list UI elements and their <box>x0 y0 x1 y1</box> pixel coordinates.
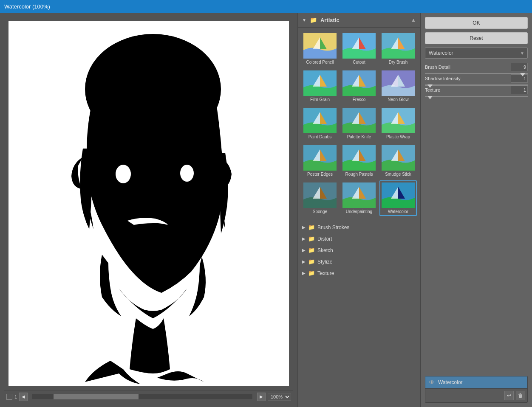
category-item-distort[interactable]: ▶📁Distort <box>298 233 420 244</box>
filter-item-cutout[interactable]: Cutout <box>340 31 378 67</box>
filter-item-smudge-stick[interactable]: Smudge Stick <box>379 143 417 179</box>
cat-arrow-icon: ▶ <box>302 236 306 241</box>
filter-item-rough-pastels[interactable]: Rough Pastels <box>340 143 378 179</box>
canvas <box>8 21 289 386</box>
category-list: ▶📁Brush Strokes▶📁Distort▶📁Sketch▶📁Styliz… <box>298 219 420 407</box>
page-checkbox[interactable] <box>6 394 12 400</box>
cat-arrow-icon: ▶ <box>302 271 306 275</box>
zoom-select[interactable]: 100% 25% 50% 75% 150% 200% <box>268 393 291 401</box>
panel-icon-btn-1[interactable]: ↩ <box>504 391 514 400</box>
cat-label-sketch: Sketch <box>317 247 333 253</box>
filter-item-paint-daubs[interactable]: Paint Daubs <box>301 106 339 141</box>
slider-value[interactable]: 9 <box>511 63 528 71</box>
cat-arrow-icon: ▶ <box>302 259 306 264</box>
filter-item-film-grain[interactable]: Film Grain <box>301 68 339 104</box>
page-number: 1 <box>14 394 17 399</box>
cat-folder-icon: 📁 <box>308 247 315 253</box>
svg-point-2 <box>116 165 131 183</box>
scroll-right-button[interactable]: ▶ <box>257 393 266 401</box>
title-bar: Watercolor (100%) <box>0 0 532 13</box>
svg-point-3 <box>180 165 194 182</box>
slider-thumb[interactable] <box>427 96 433 99</box>
filter-label-poster-edges: Poster Edges <box>307 172 333 177</box>
filter-thumb-cutout <box>342 33 376 59</box>
slider-row-texture: Texture1 <box>425 86 528 97</box>
filter-grid: Colored PencilCutoutDry BrushFilm GrainF… <box>298 28 420 219</box>
reset-button[interactable]: Reset <box>425 32 528 44</box>
ok-button[interactable]: OK <box>425 17 528 29</box>
filter-label-cutout: Cutout <box>353 60 365 65</box>
filter-thumb-film-grain <box>303 70 337 96</box>
filter-label-smudge-stick: Smudge Stick <box>385 172 411 177</box>
filter-item-fresco[interactable]: Fresco <box>340 68 378 104</box>
cat-folder-icon: 📁 <box>308 236 315 242</box>
filter-label-palette-knife: Palette Knife <box>347 135 371 139</box>
filter-item-dry-brush[interactable]: Dry Brush <box>379 31 417 67</box>
zoom-display: 100% 25% 50% 75% 150% 200% <box>268 393 291 401</box>
slider-value[interactable]: 1 <box>511 74 528 83</box>
panel-header-label: Artistic <box>320 17 340 23</box>
filter-label-rough-pastels: Rough Pastels <box>345 172 373 177</box>
cat-label-brush-strokes: Brush Strokes <box>317 225 349 230</box>
slider-label: Shadow Intensity <box>425 76 467 81</box>
filter-thumb-paint-daubs <box>303 108 337 133</box>
scroll-left-button[interactable]: ◀ <box>19 393 28 401</box>
cat-folder-icon: 📁 <box>308 258 315 265</box>
panel-expand-icon[interactable]: ▲ <box>411 17 416 23</box>
filter-thumb-sponge <box>303 182 337 208</box>
cat-arrow-icon: ▶ <box>302 225 306 230</box>
filter-label-watercolor: Watercolor <box>388 209 408 214</box>
slider-thumb[interactable] <box>520 73 525 76</box>
slider-label: Brush Detail <box>425 65 467 70</box>
category-item-texture[interactable]: ▶📁Texture <box>298 267 420 279</box>
filter-item-plastic-wrap[interactable]: Plastic Wrap <box>379 106 417 141</box>
filter-item-underpainting[interactable]: Underpainting <box>340 180 378 216</box>
app-title: Watercolor (100%) <box>4 3 50 10</box>
filter-thumb-neon-glow <box>382 70 415 96</box>
eye-icon[interactable]: 👁 <box>429 379 435 386</box>
filter-label-colored-pencil: Colored Pencil <box>306 60 334 65</box>
filter-panel: ▼ 📁 Artistic ▲ Colored PencilCutoutDry B… <box>297 13 421 407</box>
category-item-brush-strokes[interactable]: ▶📁Brush Strokes <box>298 222 420 233</box>
scrollbar-thumb[interactable] <box>54 394 139 399</box>
filter-label-underpainting: Underpainting <box>346 209 372 214</box>
slider-row-brush-detail: Brush Detail9 <box>425 63 528 74</box>
category-item-stylize[interactable]: ▶📁Stylize <box>298 256 420 267</box>
filter-thumb-underpainting <box>342 182 376 208</box>
filter-thumb-watercolor <box>382 182 415 208</box>
filter-label-paint-daubs: Paint Daubs <box>308 135 331 139</box>
filter-item-neon-glow[interactable]: Neon Glow <box>379 68 417 104</box>
collapse-arrow-icon[interactable]: ▼ <box>302 18 306 22</box>
panel-icon-btn-2[interactable]: 🗑 <box>516 391 525 400</box>
filter-label-film-grain: Film Grain <box>310 97 330 102</box>
slider-label: Texture <box>425 87 467 93</box>
cat-folder-icon: 📁 <box>308 270 315 276</box>
filter-label-fresco: Fresco <box>353 97 366 102</box>
filter-dropdown[interactable]: WatercolorDry BrushColored PencilCutoutF… <box>425 48 528 59</box>
params-section: WatercolorDry BrushColored PencilCutoutF… <box>425 48 528 97</box>
filter-item-colored-pencil[interactable]: Colored Pencil <box>301 31 339 67</box>
filter-item-poster-edges[interactable]: Poster Edges <box>301 143 339 179</box>
filter-item-palette-knife[interactable]: Palette Knife <box>340 106 378 141</box>
scrollbar-track[interactable] <box>32 394 253 400</box>
canvas-image <box>8 21 289 386</box>
cat-label-texture: Texture <box>317 270 334 276</box>
slider-thumb[interactable] <box>427 84 433 88</box>
slider-row-shadow-intensity: Shadow Intensity1 <box>425 74 528 86</box>
filter-item-watercolor[interactable]: Watercolor <box>379 180 417 216</box>
filter-item-sponge[interactable]: Sponge <box>301 180 339 216</box>
right-panel: OK Reset WatercolorDry BrushColored Penc… <box>421 13 532 407</box>
sliders-container: Brush Detail9Shadow Intensity1Texture1 <box>425 63 528 97</box>
cat-arrow-icon: ▶ <box>302 248 306 253</box>
layer-item: 👁 Watercolor <box>425 376 527 388</box>
canvas-wrapper <box>4 17 293 390</box>
filter-panel-header: ▼ 📁 Artistic ▲ <box>298 13 420 28</box>
bottom-bar: 1 ◀ ▶ 100% 25% 50% 75% 150% 200% <box>4 390 293 403</box>
filter-dropdown-wrapper: WatercolorDry BrushColored PencilCutoutF… <box>425 48 528 59</box>
filter-thumb-palette-knife <box>342 108 376 133</box>
filter-thumb-colored-pencil <box>303 33 337 59</box>
panel-bottom: ↩ 🗑 <box>425 388 527 402</box>
slider-value[interactable]: 1 <box>511 86 528 94</box>
filter-thumb-fresco <box>342 70 376 96</box>
category-item-sketch[interactable]: ▶📁Sketch <box>298 244 420 256</box>
